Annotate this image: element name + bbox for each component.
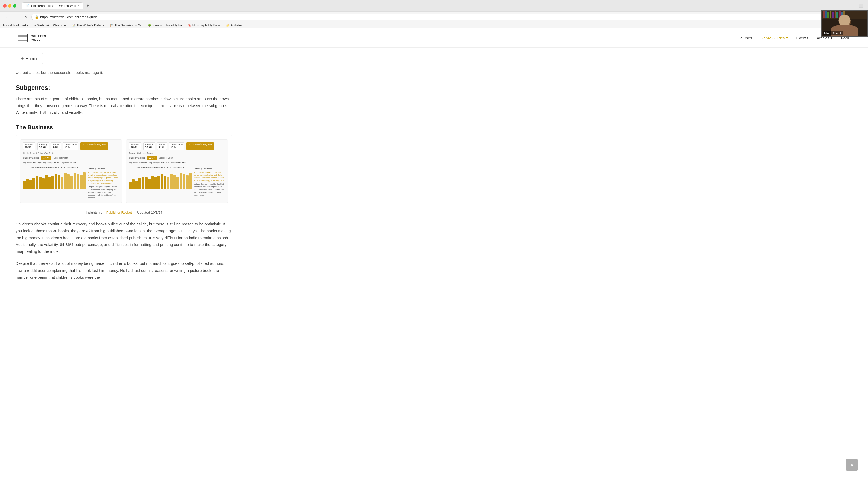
close-traffic-light[interactable] — [3, 4, 6, 7]
bar-1-20 — [83, 172, 86, 189]
back-button[interactable]: ‹ — [3, 13, 10, 21]
tab-bar: 📄 Children's Guide — Written Well ✕ + — [19, 2, 856, 9]
bar-1-9 — [48, 177, 51, 189]
bookmark-browser-size[interactable]: 🔖 How Big Is My Brow... — [188, 24, 223, 27]
forward-button[interactable]: › — [12, 13, 20, 21]
chart-header-2: Mkt$ Est16.44 Kindle $14.96 K% %91% Publ… — [129, 142, 225, 150]
stat-top-categories-1: Top Ranked Categories — [81, 142, 108, 150]
nav-courses[interactable]: Courses — [738, 36, 752, 40]
bookmark-affiliates-icon: 📁 — [226, 24, 230, 27]
bar-2-20 — [189, 173, 192, 189]
svg-point-17 — [846, 26, 848, 27]
bar-1-4 — [32, 178, 35, 189]
bar-2-9 — [154, 177, 157, 189]
bar-1-14 — [64, 173, 67, 189]
chart-side-area-1: Monthly Sales of Category's Top 30 Bests… — [23, 166, 119, 200]
bookmark-import-label: Import bookmarks... — [3, 24, 31, 27]
ssl-lock-icon: 🔒 — [35, 15, 39, 19]
chart-growth-row-1: Category Growth +375 Sales per Month — [23, 156, 119, 160]
chart-panel-1: Mkt$ Est15.91 Kindle $14.96 K% %94% Publ… — [20, 140, 122, 203]
bookmark-affiliates-label: Affiliates — [231, 24, 243, 27]
nav-events[interactable]: Events — [797, 36, 808, 40]
bookmark-webmail-icon: ✉ — [34, 24, 36, 27]
bar-2-2 — [132, 179, 135, 189]
chart-metrics-2: Avg Age: 3795 Days Avg Rating: 4.5 ★ Avg… — [129, 162, 225, 164]
svg-rect-9 — [839, 11, 841, 18]
site-logo[interactable]: WRITTEN WELL — [16, 33, 46, 43]
browser-title-bar: 📄 Children's Guide — Written Well ✕ + ⬜ — [0, 0, 868, 11]
avg-age-1: Avg Age: 3,111 Days — [23, 162, 41, 164]
humor-label: Humor — [26, 56, 37, 61]
minimize-traffic-light[interactable] — [8, 4, 11, 7]
svg-point-15 — [842, 26, 843, 27]
window-controls[interactable]: ⬜ — [858, 2, 865, 9]
svg-rect-4 — [827, 12, 829, 18]
svg-rect-6 — [832, 12, 834, 18]
address-bar[interactable]: 🔒 https://writtenwell.com/childrens-guid… — [31, 14, 848, 20]
bar-1-6 — [39, 177, 41, 189]
bookmark-submission[interactable]: 📋 The Submission Gri... — [110, 24, 145, 27]
bar-1-7 — [42, 178, 45, 189]
bookmark-browser-label: How Big Is My Brow... — [192, 24, 223, 27]
bar-2-18 — [183, 174, 185, 189]
bar-1-3 — [29, 180, 32, 189]
chart-label-kindle: Kindle Books + Children's eBooks — [23, 152, 119, 154]
bar-1-12 — [58, 175, 60, 189]
stat-kindle-1: Kindle $14.96 — [37, 142, 49, 150]
video-overlay: Adam Stemple — [821, 10, 868, 36]
bookmark-import[interactable]: Import bookmarks... — [3, 24, 31, 27]
tab-close-button[interactable]: ✕ — [77, 4, 80, 7]
avg-age-2: Avg Age: 3795 Days — [129, 162, 147, 164]
bar-1-5 — [35, 176, 38, 189]
bar-2-17 — [180, 173, 182, 189]
growth-value-1: +375 — [41, 156, 52, 160]
bookmark-writers-database[interactable]: 📝 The Writer's Databa... — [72, 24, 107, 27]
bar-1-17 — [74, 173, 76, 189]
dropdown-arrow-icon: ▾ — [786, 35, 788, 40]
chart-growth-row-2: Category Growth -227 Sales per Month — [129, 156, 225, 160]
growth-sub-1: Sales per Month — [54, 157, 68, 159]
bookmark-affiliates[interactable]: 📁 Affiliates — [226, 24, 243, 27]
chart-main-2: Monthly Sales of Category's Top 30 Bests… — [129, 166, 192, 198]
reload-button[interactable]: ↻ — [22, 13, 29, 21]
stat-kindle-2: Kindle $14.96 — [143, 142, 155, 150]
site-header: WRITTEN WELL Courses Genre Guides ▾ Even… — [0, 28, 868, 48]
traffic-lights — [3, 4, 17, 7]
bar-2-12 — [164, 176, 166, 189]
bookmark-family-label: Family Echo – My Fa... — [153, 24, 185, 27]
humor-collapsible[interactable]: + Humor — [16, 53, 43, 64]
active-tab[interactable]: 📄 Children's Guide — Written Well ✕ — [22, 2, 83, 9]
svg-rect-11 — [843, 11, 845, 18]
business-para-1: Children's ebooks continue their recover… — [16, 221, 232, 255]
bookmark-webmail[interactable]: ✉ Webmail :: Welcome... — [34, 24, 69, 27]
chart-panel-2: Mkt$ Est16.44 Kindle $14.96 K% %91% Publ… — [126, 140, 228, 203]
bar-2-15 — [173, 175, 176, 189]
svg-rect-2 — [823, 11, 825, 18]
chart-caption: Insights from Publisher Rocket — Updated… — [16, 210, 232, 214]
charts-row: Mkt$ Est15.91 Kindle $14.96 K% %94% Publ… — [20, 140, 228, 203]
intro-paragraph: without a plot, but the successful books… — [16, 69, 232, 76]
svg-point-13 — [839, 18, 851, 26]
bar-1-16 — [70, 176, 73, 189]
stat-top-categories-2: Top Ranked Categories — [186, 142, 214, 150]
avg-reviews-2: Avg Reviews: 681 titles — [166, 162, 187, 164]
nav-genre-guides[interactable]: Genre Guides ▾ — [761, 35, 788, 40]
bar-1-11 — [55, 174, 57, 189]
bar-2-1 — [129, 182, 132, 189]
bookmark-submission-icon: 📋 — [110, 24, 114, 27]
stat-pub-pct-1: Publisher %51% — [63, 142, 78, 150]
humor-expand-icon: + — [21, 56, 24, 61]
publisher-rocket-link[interactable]: Publisher Rocket — [106, 210, 132, 214]
business-heading: The Business — [16, 124, 232, 131]
bookmark-family-echo[interactable]: 🌳 Family Echo – My Fa... — [148, 24, 185, 27]
stat-pub-pct-2: Publisher %51% — [169, 142, 184, 150]
maximize-traffic-light[interactable] — [13, 4, 17, 7]
bar-2-7 — [148, 179, 151, 189]
bar-1-15 — [67, 175, 70, 189]
chart-label-books: Books + Children's Books — [129, 152, 225, 154]
logo-icon — [16, 33, 29, 43]
business-para-2: Despite that, there's still a lot of mon… — [16, 260, 232, 281]
bookmark-browser-icon: 🔖 — [188, 24, 191, 27]
bookmark-family-icon: 🌳 — [148, 24, 151, 27]
new-tab-button[interactable]: + — [84, 2, 91, 9]
